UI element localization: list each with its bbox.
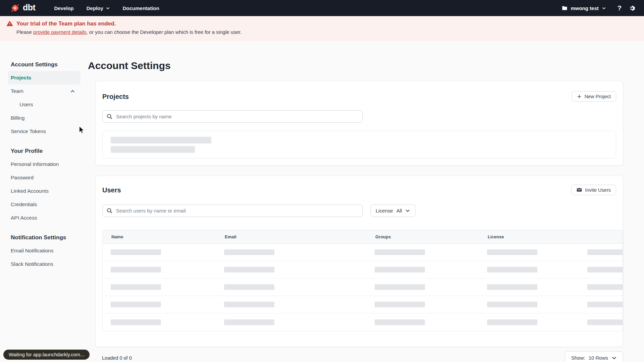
dbt-logo-icon <box>10 3 20 13</box>
sidebar-item-linked-accounts[interactable]: Linked Accounts <box>8 184 80 198</box>
license-filter-value: All <box>396 208 402 214</box>
skeleton-cell <box>103 261 216 278</box>
skeleton-bar <box>111 249 161 255</box>
skeleton-cell <box>479 296 579 313</box>
sidebar-heading-your-profile: Your Profile <box>11 147 88 155</box>
license-filter-dropdown[interactable]: License All <box>370 204 416 217</box>
chevron-down-icon <box>106 6 110 10</box>
chevron-up-icon <box>70 89 75 94</box>
invite-users-button[interactable]: Invite Users <box>571 185 616 195</box>
skeleton-cell <box>216 244 367 261</box>
sidebar-item-personal-information[interactable]: Personal Information <box>8 158 80 171</box>
table-row <box>103 261 623 279</box>
skeleton-bar <box>487 267 537 273</box>
sidebar-item-users[interactable]: Users <box>8 98 80 111</box>
skeleton-cell <box>579 244 623 261</box>
sidebar-item-billing[interactable]: Billing <box>8 111 80 125</box>
table-row <box>103 244 623 261</box>
skeleton-bar <box>224 302 274 307</box>
skeleton-bar <box>111 137 211 143</box>
users-table-header: Name Email Groups License <box>103 230 623 244</box>
skeleton-bar <box>224 284 274 290</box>
skeleton-cell <box>367 313 479 331</box>
envelope-icon <box>577 188 582 192</box>
nav-menu: Develop Deploy Documentation <box>54 5 159 11</box>
sidebar-item-team[interactable]: Team <box>8 84 80 98</box>
users-card: Users Invite Users License All <box>95 176 623 347</box>
show-rows-dropdown[interactable]: Show: 10 Rows <box>565 351 623 362</box>
skeleton-cell <box>479 279 579 296</box>
skeleton-bar <box>587 267 623 273</box>
chevron-down-icon <box>405 208 410 213</box>
payment-details-link[interactable]: provide payment details <box>33 29 86 35</box>
dbt-logo-text: dbt <box>23 3 35 13</box>
search-icon <box>106 207 113 214</box>
account-switcher[interactable]: mwong test <box>561 5 606 11</box>
chevron-down-icon <box>602 6 606 10</box>
sidebar-item-projects[interactable]: Projects <box>8 71 80 84</box>
page-title: Account Settings <box>88 60 623 72</box>
nav-right: mwong test ? <box>561 4 635 12</box>
skeleton-cell <box>103 279 216 296</box>
table-row <box>103 313 623 331</box>
sidebar-item-slack-notifications[interactable]: Slack Notifications <box>8 257 80 271</box>
main-content: Account Settings Projects New Project <box>88 41 644 362</box>
sidebar-item-credentials[interactable]: Credentials <box>8 198 80 211</box>
nav-item-documentation[interactable]: Documentation <box>123 5 159 11</box>
skeleton-bar <box>587 319 623 325</box>
warning-icon <box>7 21 13 26</box>
skeleton-cell <box>216 279 367 296</box>
sidebar-item-api-access[interactable]: API Access <box>8 211 80 225</box>
skeleton-bar <box>111 319 161 325</box>
skeleton-cell <box>479 261 579 278</box>
table-row <box>103 296 623 313</box>
new-project-button[interactable]: New Project <box>572 91 616 102</box>
plus-icon <box>577 94 582 99</box>
chevron-down-icon <box>611 355 617 361</box>
nav-item-deploy[interactable]: Deploy <box>87 5 110 11</box>
banner-title: Your trial of the Team plan has ended. <box>16 20 116 27</box>
banner-message: Please provide payment details, or you c… <box>16 29 644 35</box>
trial-banner: Your trial of the Team plan has ended. P… <box>0 16 644 41</box>
skeleton-cell <box>367 261 479 278</box>
skeleton-bar <box>487 302 537 307</box>
skeleton-bar <box>375 267 425 273</box>
skeleton-bar <box>224 249 274 255</box>
table-row <box>103 279 623 296</box>
projects-loading-skeleton <box>102 131 616 159</box>
skeleton-bar <box>587 302 623 307</box>
account-name: mwong test <box>571 5 598 11</box>
skeleton-cell <box>216 261 367 278</box>
gear-icon[interactable] <box>629 5 635 11</box>
skeleton-cell <box>216 296 367 313</box>
help-icon[interactable]: ? <box>618 4 622 12</box>
projects-card-title: Projects <box>102 92 129 101</box>
projects-search-input[interactable] <box>102 110 363 123</box>
skeleton-bar <box>111 267 161 273</box>
skeleton-bar <box>111 146 195 153</box>
skeleton-cell <box>479 244 579 261</box>
projects-card: Projects New Project <box>95 81 623 166</box>
skeleton-bar <box>487 249 537 255</box>
sidebar-heading-account-settings: Account Settings <box>11 61 88 68</box>
skeleton-cell <box>579 296 623 313</box>
license-filter-label: License <box>376 208 393 214</box>
skeleton-cell <box>579 279 623 296</box>
users-table: Name Email Groups License <box>102 230 623 331</box>
sidebar-item-email-notifications[interactable]: Email Notifications <box>8 244 80 257</box>
column-header-groups: Groups <box>367 230 479 243</box>
users-search-input[interactable] <box>102 204 363 217</box>
search-icon <box>106 113 113 120</box>
skeleton-bar <box>587 249 623 255</box>
nav-item-develop[interactable]: Develop <box>54 5 73 11</box>
sidebar-item-password[interactable]: Password <box>8 171 80 184</box>
skeleton-cell <box>367 296 479 313</box>
skeleton-cell <box>103 296 216 313</box>
dbt-logo[interactable]: dbt <box>10 3 35 13</box>
column-header-license: License <box>479 230 579 243</box>
column-header-actions <box>579 230 623 243</box>
skeleton-cell <box>579 313 623 331</box>
column-header-email: Email <box>216 230 367 243</box>
skeleton-bar <box>587 284 623 290</box>
sidebar-item-service-tokens[interactable]: Service Tokens <box>8 125 80 138</box>
